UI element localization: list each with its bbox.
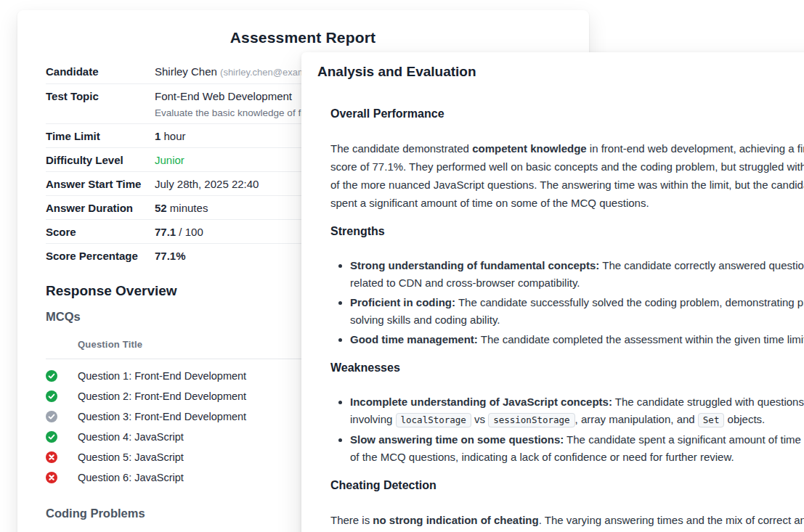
question-title: Question 1: Front-End Development (78, 370, 246, 382)
text-segment: Font-End Web Development (155, 90, 292, 102)
text-segment: Shirley Chen (155, 65, 217, 78)
info-value-score: 77.1 / 100 (155, 224, 203, 240)
text-segment: The candidate struggled with questions (612, 396, 804, 408)
inline-code-chip: sessionStorage (488, 413, 574, 427)
text-segment: of the more nuanced JavaScript questions… (330, 179, 804, 191)
check-circle-icon (46, 370, 78, 382)
info-label-answer-duration: Answer Duration (46, 200, 155, 216)
text-segment: 77.1% (155, 250, 186, 262)
report-title: Assessment Report (46, 29, 560, 46)
x-circle-icon (46, 472, 78, 483)
question-title: Question 4: JavaScript (78, 431, 184, 443)
text-segment: The candidate correctly answered questio… (599, 259, 804, 271)
text-segment: in front-end web development, achieving … (587, 142, 804, 155)
paragraph-line: The candidate demonstrated competent kno… (330, 139, 804, 157)
bullet-line: solving skills and coding ability. (350, 311, 804, 329)
text-segment: score of 77.1%. They performed well on b… (330, 160, 804, 173)
text-segment: minutes (167, 202, 208, 214)
analysis-panel: Analysis and Evaluation Overall Performa… (301, 52, 804, 532)
info-value-difficulty-level: Junior (155, 152, 184, 168)
question-title: Question 3: Front-End Development (78, 411, 246, 422)
text-segment: Good time management: (350, 333, 478, 345)
bullet-item: Incomplete understanding of JavaScript c… (350, 393, 804, 429)
bullet-line: involving localStorage vs sessionStorage… (350, 411, 804, 429)
check-circle-muted-icon (46, 411, 78, 422)
text-segment: , array manipulation, and (575, 413, 698, 425)
bullet-line: Strong understanding of fundamental conc… (350, 257, 804, 274)
text-segment: / 100 (176, 226, 203, 238)
info-label-test-topic: Test Topic (46, 89, 155, 104)
section-heading: Strengths (330, 224, 804, 240)
question-title: Question 6: JavaScript (78, 472, 184, 483)
info-label-difficulty-level: Difficulty Level (46, 152, 155, 168)
text-segment: vs (471, 413, 488, 425)
bullet-line: Slow answering time on some questions: T… (350, 431, 804, 449)
text-segment: 52 (155, 202, 167, 214)
section-bullet-list: Incomplete understanding of JavaScript c… (330, 393, 804, 466)
text-segment: of the MCQ questions, indicating a lack … (350, 451, 734, 463)
paragraph-line: incorrect answers suggest the candidate … (330, 529, 804, 532)
bullet-line: Good time management: The candidate comp… (350, 331, 804, 348)
text-segment: The candidate completed the assessment w… (478, 333, 804, 345)
section-paragraph: There is no strong indication of cheatin… (330, 511, 804, 532)
info-value-score-percentage: 77.1% (155, 248, 186, 263)
text-segment: There is (330, 514, 373, 526)
bullet-item: Strong understanding of fundamental conc… (350, 257, 804, 292)
bullet-item: Good time management: The candidate comp… (350, 331, 804, 348)
info-label-score: Score (46, 224, 155, 240)
bullet-line: Incomplete understanding of JavaScript c… (350, 393, 804, 411)
text-segment: competent knowledge (472, 142, 587, 155)
bullet-line: related to CDN and cross-browser compati… (350, 274, 804, 292)
text-segment: Junior (155, 154, 184, 166)
text-segment: related to CDN and cross-browser compati… (350, 277, 580, 289)
analysis-title: Analysis and Evaluation (317, 62, 804, 81)
bullet-item: Proficient in coding: The candidate succ… (350, 294, 804, 329)
info-label-score-percentage: Score Percentage (46, 248, 155, 263)
inline-code-chip: localStorage (396, 413, 471, 427)
section-heading: Weaknesses (330, 360, 804, 376)
check-circle-icon (46, 390, 78, 402)
text-segment: Slow answering time on some questions: (350, 433, 564, 446)
text-segment: hour (161, 130, 185, 142)
inline-code-chip: Set (698, 413, 725, 427)
section-paragraph: The candidate demonstrated competent kno… (330, 139, 804, 212)
text-segment: July 28th, 2025 22:40 (155, 178, 259, 190)
analysis-sections: Overall PerformanceThe candidate demonst… (330, 106, 804, 532)
text-segment: The candidate spent a significant amount… (564, 433, 804, 446)
section-heading: Cheating Detection (330, 478, 804, 494)
info-label-time-limit: Time Limit (46, 128, 155, 144)
text-segment: 77.1 (155, 226, 176, 238)
info-value-answer-duration: 52 minutes (155, 200, 208, 216)
section-bullet-list: Strong understanding of fundamental conc… (330, 257, 804, 348)
paragraph-line: spent a significant amount of time on so… (330, 194, 804, 212)
question-title: Question 5: JavaScript (78, 451, 184, 463)
text-segment: solving skills and coding ability. (350, 314, 500, 326)
text-segment: spent a significant amount of time on so… (330, 197, 649, 209)
text-segment: . The varying answering times and the mi… (539, 514, 804, 526)
paragraph-line: There is no strong indication of cheatin… (330, 511, 804, 529)
text-segment: Proficient in coding: (350, 296, 455, 308)
check-circle-icon (46, 431, 78, 443)
text-segment: Incomplete understanding of JavaScript c… (350, 396, 612, 408)
question-title-header: Question Title (78, 339, 142, 350)
text-segment: Strong understanding of fundamental conc… (350, 259, 599, 271)
bullet-item: Slow answering time on some questions: T… (350, 431, 804, 466)
info-label-answer-start-time: Answer Start Time (46, 176, 155, 192)
text-segment: The candidate demonstrated (330, 142, 472, 155)
text-segment: involving (350, 413, 396, 425)
x-circle-icon (46, 451, 78, 463)
bullet-line: of the MCQ questions, indicating a lack … (350, 449, 804, 466)
paragraph-line: of the more nuanced JavaScript questions… (330, 176, 804, 194)
section-heading: Overall Performance (330, 106, 804, 122)
text-segment: The candidate successfully solved the co… (455, 296, 804, 308)
question-title: Question 2: Front-End Development (78, 390, 246, 402)
text-segment: no strong indication of cheating (373, 514, 538, 526)
info-label-candidate: Candidate (46, 64, 155, 79)
bullet-line: Proficient in coding: The candidate succ… (350, 294, 804, 311)
page: Assessment Report CandidateShirley Chen … (0, 0, 804, 532)
paragraph-line: score of 77.1%. They performed well on b… (330, 157, 804, 176)
info-value-answer-start-time: July 28th, 2025 22:40 (155, 176, 259, 192)
info-value-time-limit: 1 hour (155, 128, 186, 144)
text-segment: objects. (724, 413, 765, 425)
